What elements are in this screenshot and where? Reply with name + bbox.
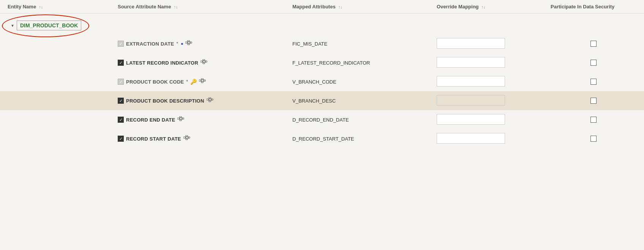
override-sort-icon[interactable] xyxy=(481,5,486,9)
mapped-attr-6: D_RECORD_START_DATE xyxy=(292,136,437,142)
table-header: Entity Name Source Attribute Name Mapped… xyxy=(0,0,644,14)
override-input-1[interactable] xyxy=(437,38,505,49)
checkbox-record-end-date[interactable] xyxy=(118,117,124,123)
source-attr-sort-icon[interactable] xyxy=(174,5,178,9)
security-checkbox-3[interactable] xyxy=(590,79,597,85)
override-cell-4 xyxy=(437,95,551,107)
override-input-3[interactable] xyxy=(437,76,505,87)
mapped-attr-5: D_RECORD_END_DATE xyxy=(292,117,437,123)
source-attr-name-5: RECORD END DATE xyxy=(126,117,175,123)
security-cell-2 xyxy=(551,60,636,66)
expand-arrow-icon[interactable]: ▼ xyxy=(11,24,14,28)
override-cell-5 xyxy=(437,114,551,126)
source-attr-cell-3: PRODUCT BOOK CODE * 🔑 xyxy=(118,78,292,85)
required-star-1: * xyxy=(176,41,178,46)
network-icon-2 xyxy=(200,59,207,66)
source-attr-cell-2: LATEST RECORD INDICATOR xyxy=(118,59,292,66)
security-checkbox-2[interactable] xyxy=(590,60,597,66)
source-attr-name-4: PRODUCT BOOK DESCRIPTION xyxy=(126,98,204,104)
network-icon-5 xyxy=(177,116,184,123)
mapped-attr-4: V_BRANCH_DESC xyxy=(292,98,437,104)
entity-label: DIM_PRODUCT_BOOK xyxy=(17,21,81,30)
checkbox-product-book-desc[interactable] xyxy=(118,98,124,104)
mapped-attributes-header[interactable]: Mapped Attributes xyxy=(292,4,437,9)
override-input-6[interactable] xyxy=(437,133,505,144)
svg-rect-8 xyxy=(200,61,202,62)
table-row: RECORD END DATE D_RECORD_END_DATE xyxy=(0,110,644,129)
table-row: PRODUCT BOOK DESCRIPTION V_BRANCH_DESC xyxy=(0,91,644,110)
override-input-4[interactable] xyxy=(437,95,505,106)
source-attr-name-2: LATEST RECORD INDICATOR xyxy=(126,60,198,66)
mapped-attr-3: V_BRANCH_CODE xyxy=(292,79,437,85)
network-icon-6 xyxy=(183,135,190,142)
table-row: PRODUCT BOOK CODE * 🔑 V_BR xyxy=(0,72,644,91)
svg-rect-32 xyxy=(177,118,179,119)
svg-rect-40 xyxy=(183,137,185,138)
checkbox-extraction-date[interactable] xyxy=(118,41,124,47)
security-checkbox-1[interactable] xyxy=(590,41,597,47)
table-row: EXTRACTION DATE * FIC_MIS_ xyxy=(0,34,644,53)
table-row: RECORD START DATE D_RECORD_START_DATE xyxy=(0,129,644,148)
source-attr-cell-5: RECORD END DATE xyxy=(118,116,292,123)
override-cell-3 xyxy=(437,76,551,88)
required-star-3: * xyxy=(186,79,188,84)
blue-dot-1 xyxy=(181,43,183,45)
entity-name-cell[interactable]: ▼ DIM_PRODUCT_BOOK xyxy=(8,18,118,33)
source-attr-name-3: PRODUCT BOOK CODE xyxy=(126,79,184,85)
source-attribute-header[interactable]: Source Attribute Name xyxy=(118,4,292,9)
checkbox-latest-record[interactable] xyxy=(118,60,124,66)
security-checkbox-4[interactable] xyxy=(590,98,597,104)
svg-rect-16 xyxy=(199,80,201,81)
entity-name-sort-icon[interactable] xyxy=(39,5,43,9)
override-cell-6 xyxy=(437,133,551,145)
table-body: EXTRACTION DATE * FIC_MIS_ xyxy=(0,34,644,148)
key-icon-3: 🔑 xyxy=(190,79,197,85)
network-icon-3 xyxy=(199,78,206,85)
override-input-5[interactable] xyxy=(437,114,505,125)
security-cell-1 xyxy=(551,41,636,47)
source-attr-name-6: RECORD START DATE xyxy=(126,136,181,142)
source-attr-name-1: EXTRACTION DATE xyxy=(126,41,174,47)
source-attr-cell-6: RECORD START DATE xyxy=(118,135,292,142)
mapping-table: Entity Name Source Attribute Name Mapped… xyxy=(0,0,644,148)
entity-name-row: ▼ DIM_PRODUCT_BOOK xyxy=(0,14,644,34)
source-attr-cell-1: EXTRACTION DATE * xyxy=(118,40,292,47)
security-cell-6 xyxy=(551,136,636,142)
mapped-attr-sort-icon[interactable] xyxy=(338,5,343,9)
override-cell-1 xyxy=(437,38,551,50)
override-mapping-header[interactable]: Override Mapping xyxy=(437,4,551,9)
mapped-attr-1: FIC_MIS_DATE xyxy=(292,41,437,47)
source-attr-cell-4: PRODUCT BOOK DESCRIPTION xyxy=(118,97,292,104)
network-icon-1 xyxy=(185,40,192,47)
security-checkbox-5[interactable] xyxy=(590,117,597,123)
mapped-attr-2: F_LATEST_RECORD_INDICATOR xyxy=(292,60,437,66)
override-input-2[interactable] xyxy=(437,57,505,68)
checkbox-product-book-code[interactable] xyxy=(118,79,124,85)
table-row: LATEST RECORD INDICATOR F_LATEST_RECORD_… xyxy=(0,53,644,72)
security-cell-3 xyxy=(551,79,636,85)
override-cell-2 xyxy=(437,57,551,69)
security-cell-5 xyxy=(551,117,636,123)
network-icon-4 xyxy=(207,97,213,104)
security-checkbox-6[interactable] xyxy=(590,136,597,142)
security-cell-4 xyxy=(551,98,636,104)
checkbox-record-start-date[interactable] xyxy=(118,136,124,142)
svg-rect-0 xyxy=(185,42,187,43)
entity-name-header[interactable]: Entity Name xyxy=(8,4,118,9)
security-header: Participate In Data Security xyxy=(551,4,636,9)
svg-rect-24 xyxy=(207,99,208,100)
